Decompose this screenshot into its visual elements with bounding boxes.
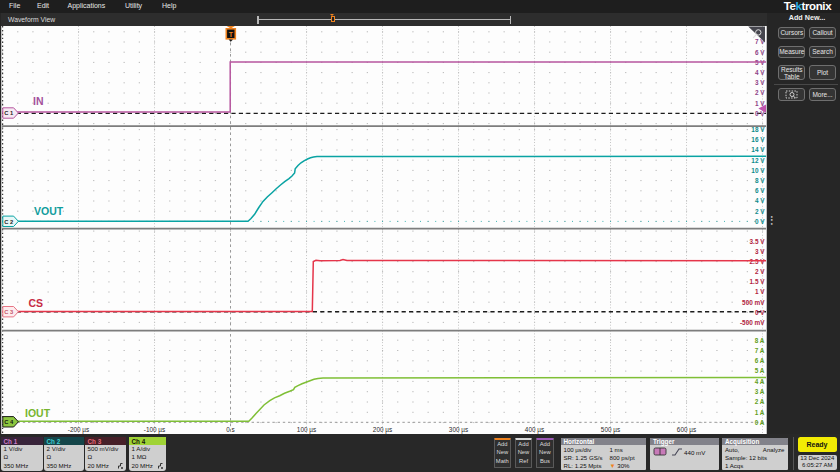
svg-text:16 V: 16 V xyxy=(751,136,765,143)
svg-text:600 µs: 600 µs xyxy=(677,426,696,434)
svg-text:C 2: C 2 xyxy=(4,219,13,225)
svg-text:2 V: 2 V xyxy=(755,268,765,275)
svg-text:VOUT: VOUT xyxy=(34,205,64,217)
svg-text:500 mV: 500 mV xyxy=(742,299,765,306)
svg-text:1.5 V: 1.5 V xyxy=(750,278,766,285)
svg-text:1 V: 1 V xyxy=(755,288,765,295)
svg-text:7 A: 7 A xyxy=(755,347,765,354)
svg-text:3 V: 3 V xyxy=(755,79,765,86)
svg-text:6 A: 6 A xyxy=(755,357,765,364)
svg-text:8 A: 8 A xyxy=(755,337,765,344)
svg-text:CS: CS xyxy=(29,297,44,309)
svg-text:200 µs: 200 µs xyxy=(373,426,392,434)
svg-text:12 V: 12 V xyxy=(751,157,765,164)
svg-text:T: T xyxy=(229,31,234,38)
svg-text:0 A: 0 A xyxy=(755,419,765,426)
svg-text:C 3: C 3 xyxy=(4,309,14,315)
svg-text:6 V: 6 V xyxy=(755,187,765,194)
svg-text:2 V: 2 V xyxy=(755,89,765,96)
svg-text:3 A: 3 A xyxy=(755,388,765,395)
svg-text:1 A: 1 A xyxy=(755,409,765,416)
svg-text:5 A: 5 A xyxy=(755,367,765,374)
svg-text:-200 µs: -200 µs xyxy=(68,426,89,434)
svg-text:300 µs: 300 µs xyxy=(449,426,468,434)
svg-text:3.5 V: 3.5 V xyxy=(750,238,766,245)
svg-text:18 V: 18 V xyxy=(751,126,765,133)
svg-text:6 V: 6 V xyxy=(755,49,765,56)
svg-text:3 V: 3 V xyxy=(755,248,765,255)
svg-text:4 V: 4 V xyxy=(755,69,765,76)
svg-text:IN: IN xyxy=(33,95,44,107)
svg-text:14 V: 14 V xyxy=(751,146,765,153)
svg-text:100 µs: 100 µs xyxy=(297,426,316,434)
svg-text:0 V: 0 V xyxy=(755,309,765,316)
svg-text:0 s: 0 s xyxy=(226,426,235,433)
svg-text:400 µs: 400 µs xyxy=(525,426,544,434)
svg-text:1 V: 1 V xyxy=(755,100,765,107)
svg-text:4 V: 4 V xyxy=(755,197,765,204)
svg-text:2 V: 2 V xyxy=(755,208,765,215)
svg-text:440 mV: 440 mV xyxy=(684,449,706,456)
svg-text:IOUT: IOUT xyxy=(25,407,51,419)
svg-text:500 µs: 500 µs xyxy=(601,426,620,434)
svg-text:C 4: C 4 xyxy=(4,419,14,425)
svg-text:4 A: 4 A xyxy=(755,378,765,385)
svg-text:-100 µs: -100 µs xyxy=(144,426,165,434)
svg-text:-500 mV: -500 mV xyxy=(740,319,765,326)
svg-text:C 1: C 1 xyxy=(4,110,14,116)
svg-text:10 V: 10 V xyxy=(751,167,765,174)
svg-text:0 V: 0 V xyxy=(755,218,765,225)
svg-text:8 V: 8 V xyxy=(755,177,765,184)
svg-text:2 A: 2 A xyxy=(755,398,765,405)
